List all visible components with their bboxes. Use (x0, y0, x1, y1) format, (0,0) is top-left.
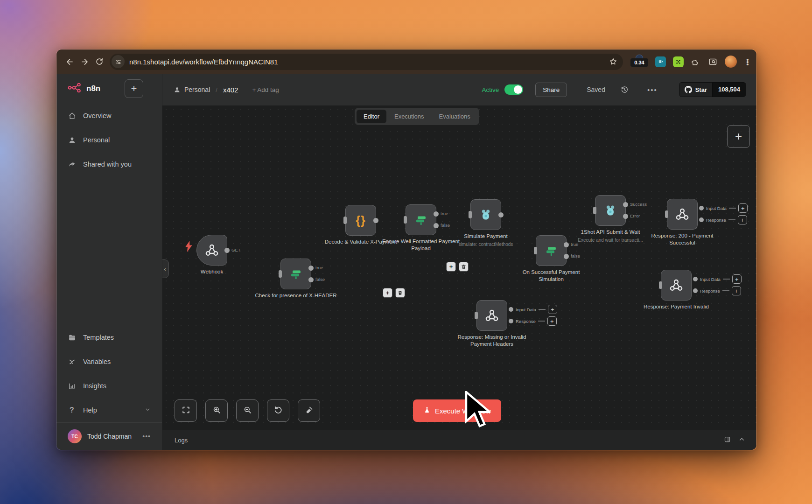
input-port[interactable] (659, 281, 662, 289)
share-button[interactable]: Share (535, 83, 567, 97)
add-connection-button[interactable]: + (732, 274, 742, 284)
tab-evaluations[interactable]: Evaluations (432, 110, 477, 123)
sidebar-collapse-handle[interactable]: ‹ (162, 259, 169, 278)
reload-icon[interactable] (92, 54, 107, 69)
input-port[interactable] (343, 217, 347, 224)
input-port[interactable] (279, 270, 282, 278)
workflow-node-response-missing-invalid-headers[interactable]: Input Data+Response+Response: Missing or… (476, 300, 507, 331)
output-port[interactable] (434, 223, 439, 228)
output-port[interactable] (498, 212, 504, 217)
sidebar-item-help[interactable]: ? Help (56, 398, 162, 422)
url-text[interactable]: n8n.1shotapi.dev/workflow/EfbdYnnqgNACIN… (129, 58, 605, 66)
add-connection-button[interactable]: + (738, 203, 748, 213)
back-icon[interactable] (62, 54, 77, 69)
delete-connection-button[interactable] (395, 288, 405, 298)
green-extension-icon[interactable] (673, 56, 684, 67)
teal-extension-icon[interactable] (655, 56, 666, 67)
insights-icon (68, 382, 76, 390)
connector-dot[interactable] (509, 307, 513, 312)
tidy-up-button[interactable] (298, 399, 320, 422)
github-star-widget[interactable]: Star 108,504 (679, 82, 746, 97)
add-connection-button[interactable]: + (732, 286, 741, 295)
output-port[interactable] (434, 211, 439, 217)
output-port[interactable] (623, 202, 628, 207)
output-port[interactable] (564, 254, 569, 259)
logs-bar[interactable]: Logs (162, 430, 756, 450)
address-bar[interactable]: n8n.1shotapi.dev/workflow/EfbdYnnqgNACIN… (110, 54, 623, 70)
view-tabs: Editor Executions Evaluations (355, 108, 479, 125)
sidebar-item-insights[interactable]: Insights (56, 374, 162, 398)
history-icon[interactable] (620, 85, 629, 94)
webhook-icon (669, 278, 683, 292)
output-label: false (441, 223, 450, 228)
menu-kebab-icon[interactable]: ••• (744, 58, 751, 65)
workflow-node-response-payment-invalid[interactable]: Input Data+Response+Response: Payment In… (661, 270, 692, 301)
add-workflow-button[interactable]: + (125, 79, 143, 98)
add-connection-button[interactable]: + (548, 305, 557, 314)
workflow-node-webhook[interactable]: GETWebhook (196, 235, 227, 266)
connector-dot[interactable] (509, 319, 513, 323)
add-connection-button[interactable]: + (547, 316, 557, 326)
input-port[interactable] (665, 210, 668, 218)
metrics-extension-icon[interactable]: 0.34 (630, 56, 648, 68)
chevron-up-icon[interactable] (738, 436, 745, 445)
bookmark-star-icon[interactable] (609, 57, 617, 66)
connector-dot[interactable] (693, 277, 698, 281)
add-node-inline-button[interactable]: + (446, 262, 456, 272)
forward-icon[interactable] (77, 54, 92, 69)
sidebar-item-templates[interactable]: Templates (56, 325, 162, 350)
connector-response: Response+ (509, 316, 557, 326)
workflow-node-ensure-well-formatted[interactable]: truefalseEnsure Well Formatted Payment P… (406, 204, 436, 235)
fit-view-button[interactable] (175, 399, 197, 422)
add-tag-button[interactable]: + Add tag (252, 86, 279, 93)
workflow-node-simulate-payment[interactable]: Simulate Paymentsimulate: contractMethod… (470, 199, 501, 230)
tune-icon[interactable] (112, 55, 125, 68)
github-star-label: Star (695, 86, 707, 93)
workflow-node-check-x-header[interactable]: truefalseCheck for presence of X-HEADER (280, 259, 311, 289)
user-menu-icon[interactable]: ••• (142, 433, 151, 440)
input-port[interactable] (404, 216, 407, 224)
side-panel-search-icon[interactable] (708, 57, 717, 66)
output-port[interactable] (564, 242, 569, 247)
workflow-node-response-200-payment-successful[interactable]: Input Data+Response+Response: 200 - Paym… (667, 199, 698, 230)
output-port[interactable] (308, 266, 314, 271)
input-port[interactable] (593, 207, 596, 214)
workflow-name[interactable]: x402 (223, 86, 238, 94)
input-port[interactable] (534, 247, 537, 254)
delete-connection-button[interactable] (459, 262, 469, 272)
workflow-canvas[interactable]: Editor Executions Evaluations + ‹ GETWeb… (162, 105, 756, 430)
output-port[interactable] (373, 218, 378, 223)
sidebar-item-personal[interactable]: Personal (56, 128, 162, 152)
sidebar-item-shared-with-you[interactable]: Shared with you (56, 152, 162, 176)
zoom-in-button[interactable] (205, 399, 228, 422)
output-port[interactable] (224, 248, 230, 253)
add-node-inline-button[interactable]: + (383, 288, 392, 298)
connector-dot[interactable] (699, 217, 704, 222)
workflow-node-decode-validate-x-payment[interactable]: {}Decode & Validate X-Payment (345, 205, 376, 236)
zoom-out-button[interactable] (236, 399, 259, 422)
output-port[interactable] (623, 214, 628, 219)
tab-executions[interactable]: Executions (387, 110, 431, 123)
add-node-button[interactable]: + (727, 125, 750, 148)
sidebar-item-variables[interactable]: Variables (56, 350, 162, 374)
workflow-node-oneshot-api-submit-wait[interactable]: SuccessError1Shot API Submit & WaitExecu… (595, 195, 626, 226)
connector-label: Input Data (706, 206, 727, 211)
tab-editor[interactable]: Editor (357, 110, 386, 123)
extensions-puzzle-icon[interactable] (691, 57, 699, 66)
active-toggle[interactable] (504, 84, 523, 95)
input-port[interactable] (475, 312, 478, 319)
connector-dot[interactable] (699, 206, 704, 210)
breadcrumb-project[interactable]: Personal (184, 86, 210, 93)
open-panel-icon[interactable] (724, 436, 731, 445)
more-options-icon[interactable]: ••• (647, 86, 658, 94)
workflow-node-on-successful-payment-simulation[interactable]: truefalseOn Successful Payment Simulatio… (536, 235, 567, 266)
output-port[interactable] (308, 277, 314, 282)
add-connection-button[interactable]: + (738, 215, 747, 224)
input-port[interactable] (469, 211, 472, 218)
connector-dot[interactable] (693, 288, 698, 293)
sidebar-user-row[interactable]: TC Todd Chapman ••• (56, 422, 162, 450)
profile-avatar[interactable] (725, 56, 737, 68)
node-label: Check for presence of X-HEADER (255, 292, 337, 299)
reset-zoom-button[interactable] (267, 399, 289, 422)
sidebar-item-overview[interactable]: Overview (56, 104, 162, 128)
